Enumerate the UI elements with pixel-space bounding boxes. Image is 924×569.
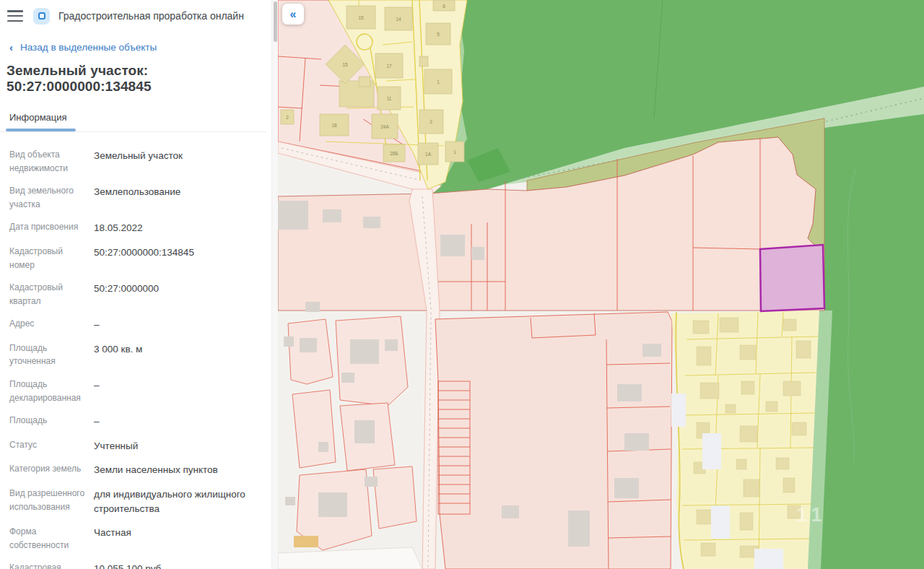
map-canvas[interactable]: « [278, 0, 924, 569]
page-title: Земельный участок: 50:27:0000000:134845 [0, 56, 266, 95]
info-fields: Вид объекта недвижимостиЗемельный участо… [0, 132, 266, 569]
field-row: Кадастровая стоимость10 055 100 руб. [9, 561, 256, 569]
field-label: Кадастровая стоимость [9, 561, 94, 569]
field-label: Адрес [9, 317, 94, 332]
parcel-label: 1 [437, 79, 440, 84]
parcel-label: 14 [396, 17, 401, 22]
top-bar: Градостроительная проработка онлайн [0, 0, 266, 32]
parcel-label: 2 [430, 119, 432, 124]
info-sidebar: Градостроительная проработка онлайн ‹ На… [0, 0, 278, 569]
field-value: – [94, 378, 100, 404]
parcel-label: 2 [286, 115, 289, 120]
field-label: Вид объекта недвижимости [9, 148, 94, 175]
yellow-residential-bottom [671, 310, 819, 569]
field-row: Вид земельного участкаЗемлепользование [9, 184, 256, 211]
field-value: 50:27:0000000 [94, 281, 159, 308]
pink-block-center [435, 312, 672, 569]
scrollbar-thumb[interactable] [274, 1, 277, 42]
parcel-label: 5 [437, 32, 440, 37]
field-row: Площадь уточненная3 000 кв. м [9, 342, 256, 368]
field-label: Кадастровый номер [9, 245, 94, 272]
cadastral-map[interactable]: 2 [278, 0, 924, 569]
parcel-label: 18 [331, 123, 337, 128]
sidebar-collapse-button[interactable]: « [282, 4, 304, 25]
map-watermark: 11 [796, 504, 827, 526]
parcel-label: 11 [387, 96, 392, 101]
field-value: 10 055 100 руб. [94, 561, 164, 569]
field-value: Учтенный [94, 438, 138, 453]
field-label: Статус [9, 438, 94, 453]
chevron-left-icon: ‹ [9, 42, 13, 53]
field-label: Категория земель [9, 462, 94, 477]
field-value: 3 000 кв. м [94, 342, 142, 368]
parcel-label: 15 [358, 15, 364, 20]
field-row: Вид объекта недвижимостиЗемельный участо… [9, 148, 256, 175]
parcel-label: 1 [453, 149, 456, 155]
field-value: 50:27:0000000:134845 [94, 245, 194, 272]
parcel-label: 6 [443, 4, 445, 9]
app-title: Градостроительная проработка онлайн [58, 10, 244, 22]
field-label: Площадь уточненная [9, 342, 94, 368]
building-orange [294, 536, 318, 547]
field-value: 18.05.2022 [94, 220, 143, 235]
parcel-label: 1А [425, 152, 432, 157]
app-window: Градостроительная проработка онлайн ‹ На… [0, 0, 924, 569]
sidebar-scrollbar[interactable] [271, 0, 278, 569]
field-label: Дата присвоения [9, 220, 94, 235]
field-value: для индивидуального жилищного строительс… [94, 487, 256, 516]
hamburger-menu-icon[interactable] [7, 10, 23, 22]
parcel-label: 24А [380, 124, 389, 129]
back-link[interactable]: ‹ Назад в выделенные объекты [0, 32, 266, 56]
field-value: Землепользование [94, 184, 180, 211]
parcel-label: 15 [342, 62, 348, 67]
field-row: Площадь– [9, 414, 256, 429]
field-row: Форма собственностиЧастная [9, 525, 256, 552]
back-link-label: Назад в выделенные объекты [20, 42, 157, 53]
field-label: Площадь [9, 414, 94, 429]
field-row: Вид разрешенного использованиядля индиви… [9, 487, 256, 516]
app-logo-icon [33, 8, 50, 25]
field-label: Кадастровый квартал [9, 281, 94, 308]
selected-parcel[interactable] [760, 245, 824, 311]
field-row: Категория земельЗемли населенных пунктов [9, 462, 256, 477]
field-value: – [94, 317, 100, 332]
field-row: Адрес– [9, 317, 256, 332]
tab-information[interactable]: Информация [9, 112, 67, 130]
tab-bar: Информация [0, 110, 266, 132]
field-label: Вид разрешенного использования [9, 487, 94, 516]
field-label: Вид земельного участка [9, 184, 94, 211]
field-row: Дата присвоения18.05.2022 [9, 220, 256, 235]
field-row: Площадь декларированная– [9, 378, 256, 404]
field-row: Кадастровый квартал50:27:0000000 [9, 281, 256, 308]
field-value: Земельный участок [94, 148, 183, 175]
field-row: Кадастровый номер50:27:0000000:134845 [9, 245, 256, 272]
parcel-label: 17 [386, 64, 392, 69]
field-value: Частная [94, 525, 131, 552]
field-value: Земли населенных пунктов [94, 462, 218, 477]
field-value: – [94, 414, 100, 429]
field-label: Форма собственности [9, 525, 94, 552]
field-row: СтатусУчтенный [9, 438, 256, 453]
parcel-label: 28Б [390, 151, 398, 156]
field-label: Площадь декларированная [9, 378, 94, 404]
